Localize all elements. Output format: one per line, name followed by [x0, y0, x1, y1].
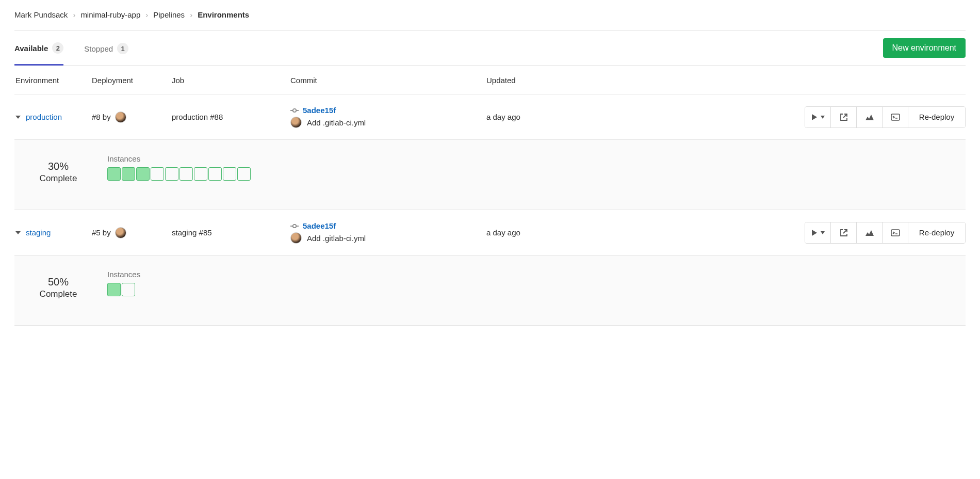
action-group: Re-deploy: [805, 222, 966, 244]
avatar[interactable]: [290, 117, 302, 128]
instance-box: [136, 167, 150, 181]
progress-label: Complete: [25, 289, 92, 299]
instance-box: [107, 167, 121, 181]
new-environment-button[interactable]: New environment: [883, 38, 966, 58]
chevron-right-icon: ›: [73, 10, 75, 19]
instance-boxes: [107, 167, 251, 181]
col-header-deployment: Deployment: [92, 76, 172, 85]
progress-percent: 30%: [25, 161, 92, 172]
tab-stopped[interactable]: Stopped 1: [84, 42, 128, 65]
breadcrumb-item[interactable]: minimal-ruby-app: [80, 10, 140, 19]
play-dropdown-button[interactable]: [805, 222, 831, 243]
instance-box: [122, 167, 135, 181]
svg-point-0: [293, 108, 296, 111]
avatar[interactable]: [115, 111, 126, 123]
instance-box: [194, 167, 207, 181]
updated-time: a day ago: [486, 228, 615, 237]
instance-box: [122, 283, 135, 296]
commit-icon: [290, 223, 299, 229]
tab-count-badge: 1: [117, 43, 128, 54]
redeploy-button[interactable]: Re-deploy: [908, 222, 965, 243]
instance-boxes: [107, 283, 140, 296]
tabs: Available 2 Stopped 1: [14, 31, 128, 65]
commit-sha-link[interactable]: 5adee15f: [303, 106, 336, 115]
instance-box: [237, 167, 251, 181]
tab-count-badge: 2: [52, 42, 63, 54]
job-name: production #88: [172, 113, 290, 121]
svg-rect-3: [891, 114, 900, 120]
breadcrumb-item[interactable]: Mark Pundsack: [14, 10, 68, 19]
instance-box: [107, 283, 121, 296]
caret-down-icon[interactable]: [15, 116, 21, 119]
monitoring-button[interactable]: [857, 222, 883, 243]
commit-sha-link[interactable]: 5adee15f: [303, 221, 336, 230]
deployment-id: #5 by: [92, 228, 111, 237]
svg-rect-8: [891, 230, 900, 236]
job-name: staging #85: [172, 228, 290, 237]
progress-percent: 50%: [25, 276, 92, 288]
instances-label: Instances: [107, 154, 251, 163]
instances-label: Instances: [107, 270, 140, 279]
play-dropdown-button[interactable]: [805, 107, 831, 127]
breadcrumb: Mark Pundsack › minimal-ruby-app › Pipel…: [14, 10, 966, 31]
progress-label: Complete: [25, 173, 92, 184]
avatar[interactable]: [290, 232, 302, 244]
col-header-updated: Updated: [486, 76, 615, 85]
chevron-right-icon: ›: [190, 10, 192, 19]
terminal-button[interactable]: [883, 107, 908, 127]
chevron-right-icon: ›: [145, 10, 148, 19]
avatar[interactable]: [115, 227, 126, 238]
environment-name-link[interactable]: staging: [26, 228, 51, 237]
instance-box: [151, 167, 164, 181]
tab-label: Stopped: [84, 44, 113, 53]
svg-point-5: [293, 224, 296, 227]
breadcrumb-current: Environments: [198, 10, 249, 19]
instances-panel: 30% Complete Instances: [14, 140, 966, 210]
external-link-button[interactable]: [831, 107, 857, 127]
instance-box: [165, 167, 178, 181]
col-header-job: Job: [172, 76, 290, 85]
tabs-row: Available 2 Stopped 1 New environment: [14, 31, 966, 66]
caret-down-icon[interactable]: [15, 231, 21, 234]
environment-name-link[interactable]: production: [26, 113, 62, 121]
commit-icon: [290, 108, 299, 113]
instance-box: [208, 167, 222, 181]
instances-panel: 50% Complete Instances: [14, 256, 966, 326]
instance-box: [223, 167, 236, 181]
external-link-button[interactable]: [831, 222, 857, 243]
updated-time: a day ago: [486, 113, 615, 121]
tab-label: Available: [14, 44, 48, 53]
action-group: Re-deploy: [805, 106, 966, 128]
terminal-button[interactable]: [883, 222, 908, 243]
monitoring-button[interactable]: [857, 107, 883, 127]
col-header-commit: Commit: [290, 76, 486, 85]
environment-row: production #8 by production #88 5adee15f…: [14, 94, 966, 140]
commit-message: Add .gitlab-ci.yml: [307, 118, 366, 127]
instance-box: [179, 167, 193, 181]
environment-row: staging #5 by staging #85 5adee15f Add .…: [14, 210, 966, 256]
deployment-id: #8 by: [92, 113, 111, 121]
redeploy-button[interactable]: Re-deploy: [908, 107, 965, 127]
table-header: Environment Deployment Job Commit Update…: [14, 66, 966, 94]
col-header-environment: Environment: [14, 76, 92, 85]
tab-available[interactable]: Available 2: [14, 42, 63, 66]
breadcrumb-item[interactable]: Pipelines: [153, 10, 185, 19]
commit-message: Add .gitlab-ci.yml: [307, 234, 366, 243]
